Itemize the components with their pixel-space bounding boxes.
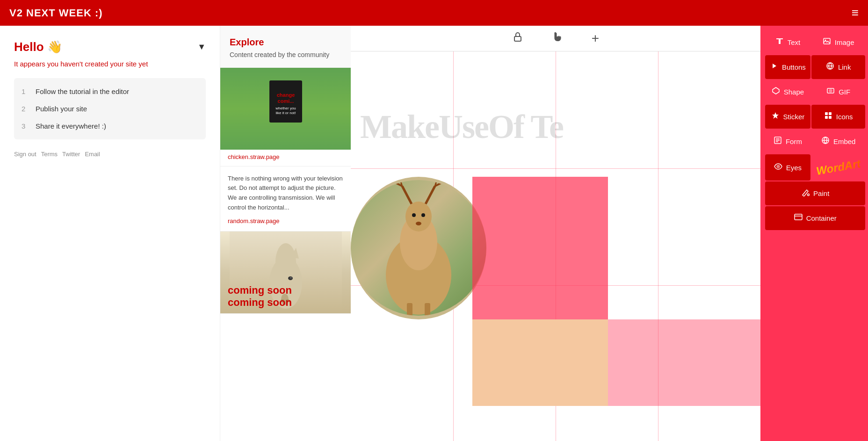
svg-point-27 bbox=[421, 213, 425, 217]
tool-embed[interactable]: Embed bbox=[811, 130, 866, 153]
explore-card-1-image: change comi... whether you like it or no… bbox=[220, 68, 351, 150]
explore-card-1-link[interactable]: chicken.straw.page bbox=[220, 150, 351, 166]
app-title: V2 NEXT WEEK :) bbox=[9, 7, 103, 19]
svg-text:whether you: whether you bbox=[275, 106, 296, 110]
embed-tool-icon bbox=[821, 136, 830, 147]
svg-marker-38 bbox=[772, 112, 779, 119]
text-tool-icon bbox=[775, 37, 784, 48]
tool-image[interactable]: Image bbox=[811, 30, 866, 54]
svg-point-7 bbox=[275, 243, 296, 281]
gif-tool-icon bbox=[826, 87, 835, 97]
tool-link-label: Link bbox=[838, 63, 851, 71]
coming-soon-line-2: coming soon bbox=[228, 296, 343, 309]
tool-sticker-label: Sticker bbox=[783, 113, 805, 121]
explore-header: Explore Content created by the community bbox=[220, 26, 351, 68]
svg-point-19 bbox=[405, 202, 432, 231]
add-tool-icon[interactable]: + bbox=[592, 31, 599, 46]
svg-marker-35 bbox=[773, 87, 779, 94]
svg-point-49 bbox=[808, 194, 810, 196]
sticker-tool-icon bbox=[771, 111, 780, 122]
image-tool-icon bbox=[823, 37, 831, 48]
explore-title: Explore bbox=[230, 37, 341, 48]
canvas-toolbar: + bbox=[351, 26, 760, 51]
canvas-text-element[interactable]: MakeUseOf Te bbox=[360, 108, 563, 146]
tool-eyes[interactable]: Eyes bbox=[765, 154, 810, 181]
step-label-3: Share it everywhere! :) bbox=[36, 122, 106, 130]
tool-shape-label: Shape bbox=[784, 88, 804, 96]
canvas-content[interactable]: MakeUseOf Te bbox=[351, 51, 760, 441]
svg-text:comi...: comi... bbox=[277, 98, 294, 104]
tool-form-label: Form bbox=[786, 137, 802, 145]
sidebar-collapse-button[interactable]: ▼ bbox=[197, 42, 206, 52]
sidebar-step-2: 2 Publish your site bbox=[22, 100, 198, 117]
explore-card-2-link[interactable]: random.straw.page bbox=[220, 215, 351, 231]
explore-panel: Explore Content created by the community… bbox=[220, 26, 351, 441]
tool-text[interactable]: Text bbox=[765, 30, 810, 54]
buttons-tool-icon bbox=[770, 62, 778, 72]
svg-rect-42 bbox=[829, 116, 832, 119]
explore-card-1: change comi... whether you like it or no… bbox=[220, 68, 351, 166]
tool-shape[interactable]: Shape bbox=[765, 80, 810, 104]
menu-icon[interactable]: ≡ bbox=[852, 6, 859, 20]
tool-sticker[interactable]: Sticker bbox=[765, 105, 810, 129]
coming-soon-overlay: coming soon coming soon bbox=[220, 280, 351, 313]
sidebar-warning-text: It appears you haven't created your site… bbox=[14, 59, 206, 69]
step-number-1: 1 bbox=[22, 87, 29, 95]
hand-tool-icon[interactable] bbox=[551, 31, 564, 46]
tool-buttons[interactable]: Buttons bbox=[765, 55, 810, 79]
step-label-1: Follow the tutorial in the editor bbox=[36, 87, 129, 95]
svg-rect-40 bbox=[829, 112, 832, 115]
canvas-peach-block bbox=[472, 319, 608, 406]
tool-text-label: Text bbox=[788, 38, 801, 46]
svg-point-48 bbox=[777, 165, 780, 168]
sidebar-hello-row: Hello 👋 ▼ bbox=[14, 40, 206, 54]
explore-card-2: There is nothing wrong with your televis… bbox=[220, 166, 351, 231]
tool-wordart[interactable]: WordArt bbox=[811, 154, 866, 181]
tool-link[interactable]: Link bbox=[811, 55, 866, 79]
icons-tool-icon bbox=[824, 111, 832, 122]
tool-container[interactable]: Container bbox=[765, 206, 865, 230]
svg-point-12 bbox=[290, 277, 292, 278]
canvas-area: + MakeUseOf Te bbox=[351, 26, 760, 441]
svg-rect-41 bbox=[825, 116, 828, 119]
svg-rect-29 bbox=[407, 303, 412, 319]
tools-panel: Text Image Buttons bbox=[760, 26, 868, 441]
tool-paint-label: Paint bbox=[813, 189, 829, 197]
tool-buttons-label: Buttons bbox=[782, 63, 806, 71]
step-number-3: 3 bbox=[22, 122, 29, 130]
lock-tool-icon[interactable] bbox=[512, 31, 523, 45]
canvas-pink-block-2 bbox=[608, 319, 760, 406]
sidebar: Hello 👋 ▼ It appears you haven't created… bbox=[0, 26, 220, 441]
tool-icons[interactable]: Icons bbox=[811, 105, 866, 129]
sidebar-footer: Sign out Terms Twitter Email bbox=[14, 151, 206, 158]
sign-out-link[interactable]: Sign out bbox=[14, 151, 36, 158]
sidebar-step-1: 1 Follow the tutorial in the editor bbox=[22, 83, 198, 100]
svg-marker-33 bbox=[773, 64, 776, 68]
tool-gif[interactable]: GIF bbox=[811, 80, 866, 104]
twitter-link[interactable]: Twitter bbox=[62, 151, 80, 158]
sidebar-steps-list: 1 Follow the tutorial in the editor 2 Pu… bbox=[14, 78, 206, 139]
explore-card-2-text: There is nothing wrong with your televis… bbox=[220, 166, 351, 215]
canvas-pink-block bbox=[472, 177, 608, 319]
eyes-tool-icon bbox=[774, 162, 782, 173]
tool-paint[interactable]: Paint bbox=[765, 181, 865, 205]
svg-text:change: change bbox=[276, 92, 295, 98]
tool-container-label: Container bbox=[806, 214, 837, 222]
sidebar-step-3: 3 Share it everywhere! :) bbox=[22, 117, 198, 135]
svg-rect-50 bbox=[795, 214, 802, 220]
grid-line bbox=[351, 168, 760, 169]
link-tool-icon bbox=[826, 62, 834, 72]
tool-form[interactable]: Form bbox=[765, 130, 810, 153]
svg-rect-14 bbox=[514, 36, 521, 41]
svg-text:like it or not!: like it or not! bbox=[275, 111, 296, 115]
terms-link[interactable]: Terms bbox=[41, 151, 58, 158]
canvas-deer-image[interactable] bbox=[351, 177, 486, 319]
email-link[interactable]: Email bbox=[85, 151, 100, 158]
svg-point-26 bbox=[412, 213, 416, 217]
tool-gif-label: GIF bbox=[839, 88, 850, 96]
container-tool-icon bbox=[794, 213, 803, 224]
wordart-tool-icon: WordArt bbox=[815, 157, 861, 178]
step-label-2: Publish your site bbox=[36, 105, 87, 113]
paint-tool-icon bbox=[801, 188, 810, 199]
svg-rect-30 bbox=[425, 303, 430, 319]
